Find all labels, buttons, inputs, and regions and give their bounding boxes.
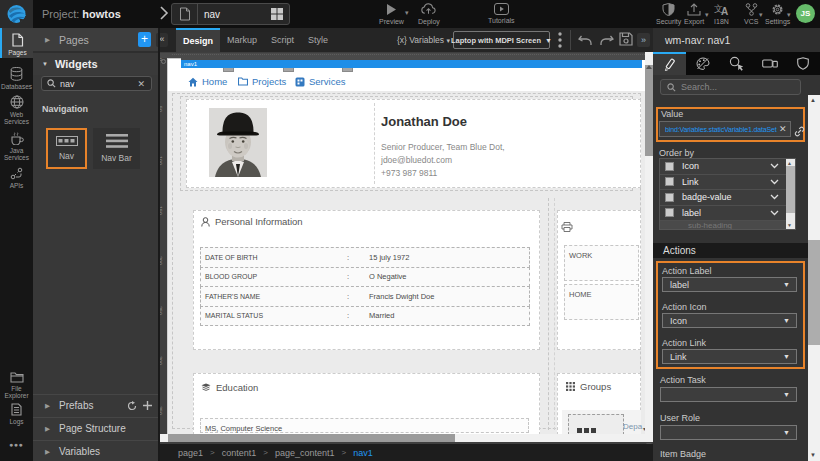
svg-text:A: A (721, 6, 728, 16)
